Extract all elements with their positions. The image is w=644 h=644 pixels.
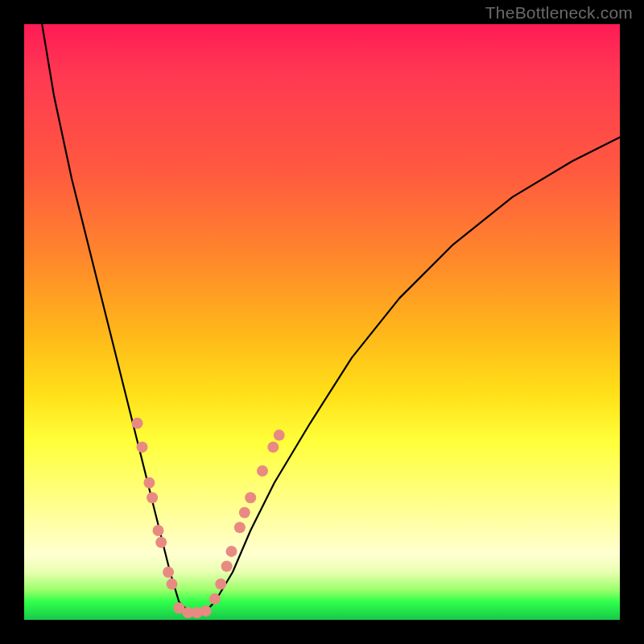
highlight-dot: [267, 441, 279, 452]
highlight-dot: [245, 492, 256, 503]
highlight-dots: [132, 418, 285, 618]
highlight-dot: [257, 465, 268, 477]
highlight-dot: [234, 522, 246, 533]
curve-layer: [24, 24, 620, 620]
highlight-dot: [209, 593, 221, 605]
highlight-dot: [215, 579, 226, 590]
highlight-dot: [153, 525, 164, 536]
highlight-dot: [163, 567, 174, 578]
watermark-text: TheBottleneck.com: [485, 3, 633, 23]
highlight-dot: [167, 579, 178, 590]
bottleneck-curve: [42, 24, 620, 614]
highlight-dot: [143, 477, 155, 489]
chart-frame: TheBottleneck.com: [0, 0, 644, 644]
highlight-dot: [239, 507, 250, 518]
highlight-dot: [226, 546, 237, 557]
highlight-dot: [221, 560, 233, 572]
highlight-dot: [200, 605, 212, 617]
highlight-dot: [137, 441, 148, 452]
highlight-dot: [147, 492, 158, 503]
highlight-dot: [132, 418, 143, 429]
highlight-dot: [274, 430, 285, 441]
gradient-plot-area: [24, 24, 620, 620]
highlight-dot: [155, 537, 167, 548]
